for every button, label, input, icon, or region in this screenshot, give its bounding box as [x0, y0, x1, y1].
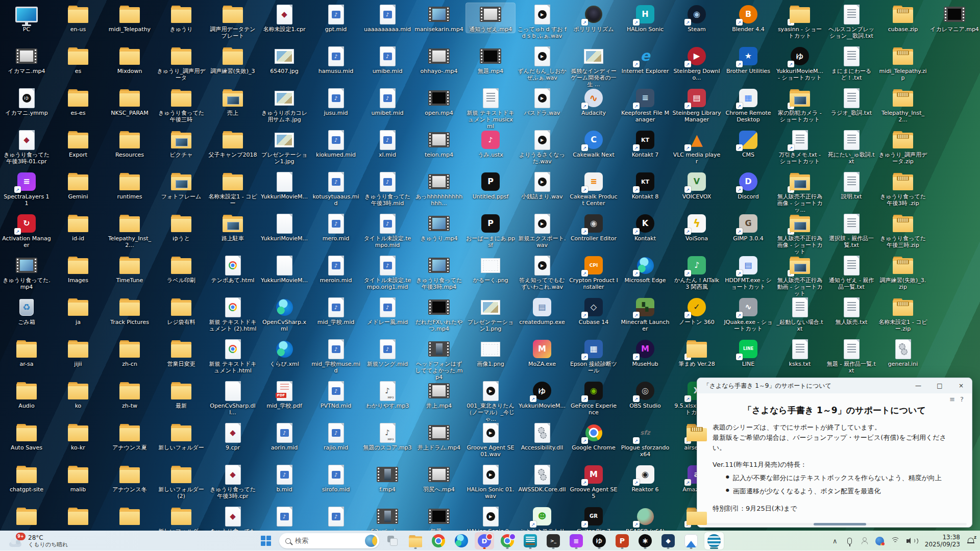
- desktop-icon[interactable]: 新しいフォルダー (3): [157, 505, 206, 531]
- desktop-icon[interactable]: PC: [2, 3, 51, 33]
- desktop-icon[interactable]: 65407.jpg: [260, 45, 309, 74]
- desktop-icon[interactable]: ゆ↗YukkuriMovieM...: [518, 380, 567, 409]
- desktop-icon[interactable]: 52_パート…: [363, 505, 412, 531]
- desktop-icon[interactable]: くらび.xml: [260, 338, 309, 367]
- desktop-icon[interactable]: ♪meroin.mid: [311, 254, 360, 284]
- desktop-icon[interactable]: ◆9.cpr: [208, 421, 257, 451]
- taskbar-terminal[interactable]: >_: [544, 532, 563, 549]
- desktop-icon[interactable]: K↗Kontakt: [621, 212, 670, 242]
- taskbar-clock[interactable]: 13:38 2025/09/23: [925, 534, 960, 548]
- taskbar-edge[interactable]: [452, 532, 471, 549]
- desktop-icon[interactable]: ♪jusu.mid: [311, 87, 360, 116]
- desktop-icon[interactable]: ▶HALion Sonic 0…: [466, 505, 515, 531]
- desktop-icon[interactable]: TimeTune: [105, 254, 154, 284]
- desktop-icon[interactable]: ♪MP3わかりやす.mp3: [363, 380, 412, 409]
- desktop-icon[interactable]: ★↗Brother Utilities: [724, 45, 773, 74]
- taskbar-file-explorer[interactable]: [406, 532, 425, 549]
- desktop-icon[interactable]: きゅうり食ってた午後三時: [157, 87, 206, 123]
- desktop-icon[interactable]: chatgpt-site: [2, 463, 51, 493]
- desktop-icon[interactable]: CPI↗Crypton Product Installer: [569, 254, 618, 290]
- desktop-icon[interactable]: ko-kr: [54, 421, 103, 451]
- desktop-icon[interactable]: ▲↗VLC media player: [672, 129, 721, 165]
- desktop-icon[interactable]: teion.mp4: [414, 129, 463, 158]
- desktop-icon[interactable]: 羽尻へ.mp4: [414, 463, 463, 493]
- desktop-icon[interactable]: ◆きゅうり食ってた午後…: [208, 505, 257, 531]
- desktop-icon[interactable]: きゅうり: [157, 3, 206, 33]
- desktop-icon[interactable]: NKSC_PARAM: [105, 87, 154, 116]
- desktop-icon[interactable]: ∿↗Audacity: [569, 87, 618, 116]
- taskbar-photos[interactable]: [681, 532, 701, 549]
- desktop-icon[interactable]: OpenCvSharp.xml: [260, 296, 309, 332]
- desktop-icon[interactable]: ≡↗Keepforest File Manager: [621, 87, 670, 123]
- desktop-icon[interactable]: 説明.txt: [827, 170, 876, 200]
- desktop-icon[interactable]: かるーく.png: [466, 254, 515, 284]
- desktop-icon[interactable]: ♪うみ.ustx: [466, 129, 515, 158]
- desktop-icon[interactable]: プレゼンテーション1.png: [466, 296, 515, 332]
- desktop-icon[interactable]: ♪umibet.mid: [363, 87, 412, 116]
- desktop-icon[interactable]: H↗HALion Sonic: [621, 3, 670, 33]
- desktop-icon[interactable]: Track Pictures: [105, 296, 154, 325]
- desktop-icon[interactable]: zh-tw: [105, 380, 154, 409]
- desktop-icon[interactable]: ∿↗JQuake.exe - ショートカット: [724, 296, 773, 332]
- desktop-icon[interactable]: きゅうり.mp4: [414, 212, 463, 242]
- desktop-icon[interactable]: ♪b.mid: [260, 463, 309, 493]
- desktop-icon[interactable]: ♪mero.mid: [311, 212, 360, 242]
- desktop-icon[interactable]: ♪: [311, 505, 360, 528]
- desktop-icon[interactable]: 名称未設定1 - コピー: [208, 170, 257, 207]
- weather-widget[interactable]: 9+ 28°C くもりのち晴れ: [5, 533, 72, 549]
- desktop-icon[interactable]: ↗Google Chrome: [569, 421, 618, 451]
- desktop-icon[interactable]: e↗Internet Explorer: [621, 45, 670, 74]
- desktop-icon[interactable]: ♪sirofo.mid: [311, 463, 360, 493]
- desktop-icon[interactable]: ♪umibe.mid: [363, 45, 412, 74]
- desktop-icon[interactable]: きゅうり_調声用データ: [157, 45, 206, 81]
- desktop-icon[interactable]: ▶Groove Agent SE 01.wav: [466, 421, 515, 458]
- desktop-icon[interactable]: ▦↗Chrome Remote Desktop: [724, 87, 773, 123]
- desktop-icon[interactable]: manisekarin.mp4: [414, 3, 463, 33]
- desktop-icon[interactable]: ♪新規ソング.mid: [363, 338, 412, 367]
- desktop-icon[interactable]: M↗Groove Agent SE 5: [569, 463, 618, 499]
- desktop-icon[interactable]: ピクチャ: [157, 129, 206, 158]
- desktop-icon[interactable]: cubase.zip: [878, 3, 927, 33]
- desktop-icon[interactable]: ♪xl.mid: [363, 129, 412, 158]
- desktop-icon[interactable]: アナウンス夏: [105, 421, 154, 451]
- volume-icon[interactable]: [906, 537, 918, 545]
- desktop-icon[interactable]: ♪aorin.mid: [260, 421, 309, 451]
- desktop-icon[interactable]: 父子キャンプ2018: [208, 129, 257, 158]
- desktop-icon[interactable]: OpenCvSharp.dll...: [208, 380, 257, 416]
- desktop-icon[interactable]: ▶答え知ってでもむずいわこれ.wav: [518, 254, 567, 290]
- desktop-icon[interactable]: ◆名称未設定1.cpr: [260, 3, 309, 33]
- task-view-button[interactable]: [383, 532, 402, 549]
- desktop-icon[interactable]: きゅうり食ってた午後3時 .zip: [878, 170, 927, 207]
- taskbar-discord[interactable]: D: [475, 532, 494, 549]
- desktop-icon[interactable]: ▦↗Epson 接続診断ツール: [569, 338, 618, 374]
- taskbar-chatgpt[interactable]: ∗: [635, 532, 655, 549]
- desktop-icon[interactable]: Resources: [105, 129, 154, 158]
- desktop-icon[interactable]: Pおーばーまにあ.ppsf: [466, 212, 515, 248]
- desktop-icon[interactable]: 営業日変更: [157, 338, 206, 367]
- list-icon[interactable]: ≡: [949, 395, 955, 403]
- desktop-icon[interactable]: ♻ごみ箱: [2, 296, 51, 325]
- taskbar-spectralayers[interactable]: ≡: [567, 532, 586, 549]
- desktop-icon[interactable]: 通知うぜえ.mp4: [466, 3, 515, 33]
- desktop-icon[interactable]: ▚↗Minecraft Launcher: [621, 296, 670, 332]
- tray-microphone-icon[interactable]: [846, 538, 854, 544]
- desktop-icon[interactable]: まにまにわーるど！.txt: [827, 45, 876, 81]
- desktop-icon[interactable]: イカマニ.mp4: [2, 45, 51, 74]
- desktop-icon[interactable]: G↗GIMP 3.0.4: [724, 212, 773, 242]
- desktop-icon[interactable]: きゅうり食ってた.mp4: [2, 254, 51, 290]
- desktop-icon[interactable]: ♪↗かんたん！AITalk 3 関西風: [672, 254, 721, 290]
- desktop-icon[interactable]: ♪kiokumed.mid: [311, 129, 360, 158]
- taskbar-chrome[interactable]: [429, 532, 448, 549]
- desktop-icon[interactable]: ♪mid_学校.mid: [311, 296, 360, 325]
- desktop-icon[interactable]: ↗無人販売不正行為画像 - ショートカッ...: [775, 170, 824, 213]
- desktop-icon[interactable]: 調声練習(失敗)_3: [208, 45, 257, 74]
- desktop-icon[interactable]: zh-cn: [105, 338, 154, 367]
- desktop-icon[interactable]: en-us: [54, 3, 103, 33]
- minimize-button[interactable]: —: [908, 378, 929, 393]
- start-button[interactable]: [256, 532, 276, 549]
- desktop-icon[interactable]: MMoZA.exe: [518, 338, 567, 367]
- desktop-icon[interactable]: [2, 505, 51, 528]
- desktop-icon[interactable]: ♪きゅうり食ってた午後3時.mid: [363, 170, 412, 207]
- desktop-icon[interactable]: YukkuriMovieM...: [260, 170, 309, 200]
- desktop-icon[interactable]: PUntitled.ppsf: [466, 170, 515, 200]
